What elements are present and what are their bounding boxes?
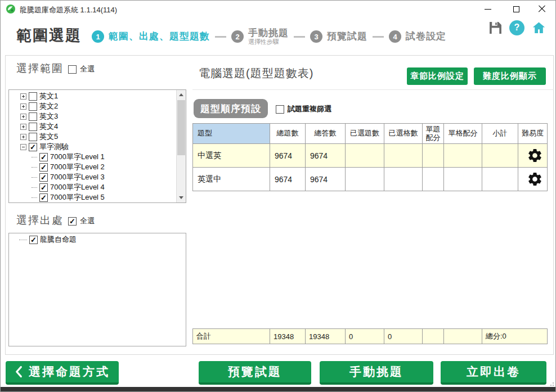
cell-type: 中選英 bbox=[193, 144, 270, 168]
step-2-sublabel: 選擇性步驟 bbox=[248, 38, 289, 46]
expand-icon[interactable] bbox=[20, 114, 26, 120]
maximize-button[interactable] bbox=[504, 1, 528, 17]
scroll-down-arrow[interactable] bbox=[177, 193, 186, 202]
tree-item[interactable]: 7000單字Level 4 bbox=[9, 182, 176, 192]
tree-item-label: 7000單字Level 1 bbox=[50, 152, 105, 162]
cell-selected-questions[interactable] bbox=[346, 144, 384, 168]
source-section-title: 選擇出處 bbox=[16, 213, 64, 228]
col-header-points-per-cell: 單格配分 bbox=[444, 124, 482, 144]
cell-selected-questions[interactable] bbox=[346, 168, 384, 191]
tree-item[interactable]: 7000單字Level 2 bbox=[9, 162, 176, 172]
difficulty-gear-button[interactable] bbox=[523, 144, 547, 167]
tree-item[interactable]: 英文2 bbox=[9, 101, 176, 111]
col-header-subtotal: 小計 bbox=[482, 124, 518, 144]
total-answers-value: 19348 bbox=[306, 329, 346, 344]
checkbox[interactable] bbox=[29, 123, 37, 131]
tree-item[interactable]: 7000單字Level 1 bbox=[9, 152, 176, 162]
total-questions-value: 19348 bbox=[270, 329, 306, 344]
cell-total-questions: 9674 bbox=[270, 168, 306, 191]
tree-item[interactable]: 英文4 bbox=[9, 121, 176, 132]
generate-exam-button[interactable]: 立即出卷 bbox=[441, 361, 546, 385]
resize-grip[interactable] bbox=[548, 380, 554, 386]
cell-selected-cells[interactable] bbox=[384, 144, 423, 168]
tree-item-label: 7000單字Level 2 bbox=[50, 162, 105, 172]
checkbox[interactable] bbox=[39, 153, 48, 161]
dedupe-checkbox[interactable] bbox=[276, 105, 284, 114]
tree-item[interactable]: 7000單字Level 3 bbox=[9, 172, 176, 182]
tree-item-label: 7000單字Level 4 bbox=[50, 182, 105, 192]
scrollbar[interactable] bbox=[176, 90, 186, 202]
help-icon[interactable]: ? bbox=[509, 20, 524, 35]
checkbox[interactable] bbox=[39, 183, 48, 192]
question-order-button[interactable]: 題型順序預設 bbox=[194, 99, 268, 118]
tree-item[interactable]: 單字測驗 bbox=[9, 142, 176, 152]
expand-icon[interactable] bbox=[20, 124, 26, 130]
tree-item-label: 單字測驗 bbox=[39, 142, 69, 152]
cell-selected-cells[interactable] bbox=[384, 168, 423, 191]
tree-item[interactable]: 7000單字Level 5 bbox=[9, 192, 176, 202]
checkbox[interactable] bbox=[39, 193, 48, 202]
close-button[interactable] bbox=[530, 1, 554, 17]
step-2-manual[interactable]: 2 手動挑題 選擇性步驟 bbox=[231, 28, 289, 46]
range-select-all-checkbox[interactable] bbox=[68, 65, 77, 74]
source-select-all[interactable]: 全選 bbox=[68, 216, 95, 226]
cell-points-per-cell[interactable] bbox=[444, 168, 482, 191]
home-icon[interactable] bbox=[531, 20, 546, 35]
range-select-all[interactable]: 全選 bbox=[68, 64, 95, 74]
cell-points-per-question[interactable] bbox=[423, 144, 444, 168]
col-header-type: 題型 bbox=[193, 124, 270, 144]
checkbox[interactable] bbox=[39, 163, 48, 172]
manual-pick-button[interactable]: 手動挑題 bbox=[320, 361, 433, 385]
tree-item-label: 英文1 bbox=[39, 91, 58, 101]
tree-item[interactable]: 英文3 bbox=[9, 111, 176, 121]
step-2-label: 手動挑題 bbox=[248, 28, 289, 39]
col-header-selected-questions: 已選題數 bbox=[346, 124, 384, 144]
tree-connector bbox=[32, 197, 37, 198]
tree-connector bbox=[32, 167, 37, 168]
tree-item[interactable]: 英文1 bbox=[9, 91, 176, 101]
col-header-selected-cells: 已選格數 bbox=[384, 124, 423, 144]
preview-button-label: 預覽試題 bbox=[228, 364, 282, 380]
expand-icon[interactable] bbox=[20, 134, 26, 140]
minimize-button[interactable] bbox=[476, 1, 500, 17]
step-1-circle: 1 bbox=[92, 30, 104, 43]
cell-type: 英選中 bbox=[193, 168, 270, 191]
totals-row: 合計 19348 19348 0 0 總分:0 bbox=[192, 328, 548, 344]
tree-item-label: 英文3 bbox=[39, 111, 58, 121]
checkbox[interactable] bbox=[29, 133, 37, 141]
expand-icon[interactable] bbox=[20, 103, 26, 110]
tree-item[interactable]: 龍騰自命題 bbox=[9, 235, 176, 245]
step-1-range[interactable]: 1 範圍、出處、題型題數 bbox=[92, 30, 210, 43]
collapse-icon[interactable] bbox=[20, 144, 26, 150]
source-select-all-checkbox[interactable] bbox=[68, 217, 77, 226]
step-4-settings[interactable]: 4 試卷設定 bbox=[389, 30, 446, 43]
step-3-preview[interactable]: 3 預覽試題 bbox=[310, 30, 367, 43]
scroll-up-arrow[interactable] bbox=[177, 90, 186, 100]
checkbox[interactable] bbox=[29, 236, 38, 244]
tree-item-label: 英文2 bbox=[39, 101, 58, 111]
cell-points-per-cell[interactable] bbox=[444, 144, 482, 168]
col-header-total-questions: 總題數 bbox=[270, 124, 306, 144]
back-to-method-button[interactable]: 選擇命題方式 bbox=[6, 361, 119, 385]
cell-total-answers: 9674 bbox=[306, 144, 346, 168]
scrollbar-thumb[interactable] bbox=[177, 100, 185, 155]
checkbox[interactable] bbox=[29, 102, 37, 111]
checkbox[interactable] bbox=[29, 92, 37, 101]
preview-questions-button[interactable]: 預覽試題 bbox=[199, 361, 311, 385]
app-window: 龍騰題庫命題系統 1.1.14(114) 範圍選題 1 範圍、出處、題型題數 2… bbox=[0, 0, 556, 392]
chapter-ratio-button[interactable]: 章節比例設定 bbox=[407, 67, 468, 85]
cell-points-per-question[interactable] bbox=[423, 168, 444, 191]
expand-icon[interactable] bbox=[20, 93, 26, 100]
difficulty-gear-button[interactable] bbox=[523, 168, 547, 191]
save-icon[interactable] bbox=[487, 20, 503, 35]
step-dash bbox=[215, 36, 226, 38]
difficulty-ratio-button[interactable]: 難度比例顯示 bbox=[474, 67, 546, 85]
checkbox[interactable] bbox=[29, 112, 37, 121]
divider bbox=[192, 89, 554, 90]
checkbox[interactable] bbox=[29, 143, 37, 151]
checkbox[interactable] bbox=[39, 173, 48, 182]
dedupe-filter[interactable]: 試題重複篩選 bbox=[276, 104, 331, 114]
tree-item[interactable]: 英文5 bbox=[9, 132, 176, 142]
tree-item-label: 英文4 bbox=[39, 121, 58, 132]
cell-subtotal bbox=[482, 144, 518, 168]
